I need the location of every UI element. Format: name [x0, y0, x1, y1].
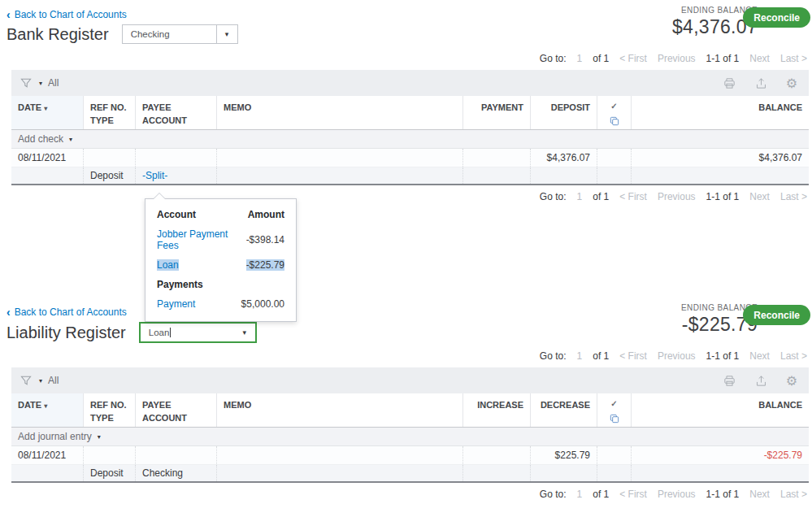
last-page-link[interactable]: Last > — [780, 489, 807, 500]
copy-icon[interactable] — [609, 115, 620, 127]
table-row[interactable]: 08/11/2021 $225.79 -$225.79 — [11, 446, 809, 465]
back-link[interactable]: ‹ Back to Chart of Accounts — [7, 9, 127, 20]
column-header-memo: MEMO — [217, 393, 463, 427]
first-page-link[interactable]: < First — [619, 489, 647, 500]
page-number[interactable]: 1 — [577, 191, 583, 202]
filter-funnel-icon[interactable] — [20, 374, 33, 387]
sort-arrow-icon: ▾ — [44, 402, 47, 410]
column-header-payee-account: PAYEE ACCOUNT — [136, 96, 217, 129]
column-header-memo: MEMO — [217, 96, 463, 129]
export-icon[interactable] — [754, 374, 768, 388]
popup-amount-value: $5,000.00 — [241, 298, 284, 310]
pagination-bottom: Go to: 1 of 1 < First Previous 1-1 of 1 … — [0, 185, 812, 208]
column-header-reconcile-status: ✓ — [597, 96, 632, 129]
checkmark-icon: ✓ — [604, 100, 624, 113]
chevron-down-icon[interactable]: ▾ — [216, 25, 237, 43]
back-link[interactable]: ‹ Back to Chart of Accounts — [7, 306, 127, 318]
column-header-refno-type: REF NO. TYPE — [84, 96, 136, 129]
goto-label: Go to: — [540, 350, 567, 362]
filter-funnel-icon[interactable] — [20, 76, 33, 89]
table-subrow[interactable]: Deposit -Split- — [11, 167, 809, 185]
page-number[interactable]: 1 — [577, 53, 583, 64]
reconcile-button[interactable]: Reconcile — [743, 305, 810, 325]
reconcile-button[interactable]: Reconcile — [743, 7, 810, 28]
page-title: Bank Register — [7, 25, 109, 44]
last-page-link[interactable]: Last > — [780, 191, 807, 202]
text-cursor — [170, 328, 171, 337]
next-page-link[interactable]: Next — [749, 489, 770, 500]
page-range-label: 1-1 of 1 — [706, 191, 740, 202]
popup-amount-value: -$225.79 — [246, 259, 284, 271]
column-header-date[interactable]: DATE▾ — [11, 96, 84, 129]
page-of-label: of 1 — [593, 191, 609, 202]
account-selector-value[interactable]: Loan — [141, 328, 234, 338]
goto-label: Go to: — [540, 53, 567, 64]
table-header-row: DATE▾ REF NO. TYPE PAYEE ACCOUNT MEMO IN… — [11, 393, 809, 428]
popup-amount-header: Amount — [248, 209, 284, 220]
column-header-balance: BALANCE — [632, 96, 809, 129]
first-page-link[interactable]: < First — [619, 350, 647, 362]
next-page-link[interactable]: Next — [749, 53, 770, 64]
previous-page-link[interactable]: Previous — [658, 53, 696, 64]
cell-balance: $4,376.07 — [632, 149, 809, 167]
column-header-refno-type: REF NO. TYPE — [84, 393, 136, 427]
print-icon[interactable] — [723, 76, 736, 90]
account-selector-value: Checking — [123, 29, 216, 39]
export-icon[interactable] — [754, 76, 768, 90]
chevron-down-icon: ▾ — [69, 136, 72, 143]
previous-page-link[interactable]: Previous — [658, 489, 696, 500]
account-selector[interactable]: Loan ▾ — [139, 322, 257, 343]
cell-date: 08/11/2021 — [11, 149, 84, 167]
chevron-down-icon: ▾ — [98, 433, 101, 441]
bank-register-table: ▾ All ⚙ DATE▾ REF NO. TYPE PAYEE ACCOUNT… — [11, 70, 809, 185]
popup-payment-link[interactable]: Payment — [157, 298, 195, 310]
popup-account-link[interactable]: Loan — [157, 259, 179, 271]
goto-label: Go to: — [540, 191, 567, 202]
filter-bar: ▾ All ⚙ — [11, 367, 809, 393]
filter-label[interactable]: All — [48, 77, 59, 89]
column-header-payee-account: PAYEE ACCOUNT — [136, 393, 217, 427]
split-link[interactable]: -Split- — [142, 170, 167, 181]
first-page-link[interactable]: < First — [619, 53, 647, 64]
page-range-label: 1-1 of 1 — [706, 53, 740, 64]
popup-account-link[interactable]: Jobber Payment Fees — [157, 228, 246, 251]
cell-type: Deposit — [84, 167, 136, 184]
filter-chevron-down-icon[interactable]: ▾ — [39, 80, 42, 87]
copy-icon[interactable] — [609, 413, 620, 424]
liability-register-table: ▾ All ⚙ DATE▾ REF NO. TYPE PAYEE ACCOUNT… — [11, 367, 809, 483]
filter-label[interactable]: All — [48, 375, 59, 386]
previous-page-link[interactable]: Previous — [658, 350, 696, 362]
page-range-label: 1-1 of 1 — [706, 489, 740, 500]
first-page-link[interactable]: < First — [619, 191, 647, 202]
next-page-link[interactable]: Next — [749, 191, 770, 202]
table-row[interactable]: 08/11/2021 $4,376.07 $4,376.07 — [11, 149, 809, 167]
column-header-balance: BALANCE — [632, 393, 809, 427]
chevron-down-icon[interactable]: ▾ — [234, 324, 255, 341]
column-header-reconcile-status: ✓ — [597, 393, 632, 427]
print-icon[interactable] — [723, 374, 736, 388]
sort-arrow-icon: ▾ — [44, 105, 47, 112]
cell-balance: -$225.79 — [632, 446, 809, 464]
pagination-top: Go to: 1 of 1 < First Previous 1-1 of 1 … — [0, 47, 812, 70]
filter-chevron-down-icon[interactable]: ▾ — [39, 377, 42, 384]
account-selector[interactable]: Checking ▾ — [122, 24, 238, 44]
previous-page-link[interactable]: Previous — [658, 191, 696, 202]
last-page-link[interactable]: Last > — [780, 350, 807, 362]
popup-payments-header: Payments — [157, 279, 203, 290]
add-journal-entry-button[interactable]: Add journal entry ▾ — [11, 428, 809, 446]
liability-register-header: ‹ Back to Chart of Accounts Liability Re… — [0, 298, 812, 345]
page-of-label: of 1 — [593, 489, 609, 500]
table-subrow[interactable]: Deposit Checking — [11, 465, 809, 483]
column-header-date[interactable]: DATE▾ — [11, 393, 84, 427]
gear-icon[interactable]: ⚙ — [786, 374, 797, 388]
goto-label: Go to: — [540, 489, 567, 500]
column-header-decrease: DECREASE — [531, 393, 597, 427]
add-check-button[interactable]: Add check ▾ — [11, 130, 809, 149]
split-detail-popup: Account Amount Jobber Payment Fees -$398… — [145, 198, 297, 322]
next-page-link[interactable]: Next — [749, 350, 770, 362]
last-page-link[interactable]: Last > — [780, 53, 807, 64]
page-number[interactable]: 1 — [577, 489, 583, 500]
liability-register-section: ‹ Back to Chart of Accounts Liability Re… — [0, 298, 812, 506]
gear-icon[interactable]: ⚙ — [786, 76, 797, 90]
page-number[interactable]: 1 — [577, 350, 583, 362]
